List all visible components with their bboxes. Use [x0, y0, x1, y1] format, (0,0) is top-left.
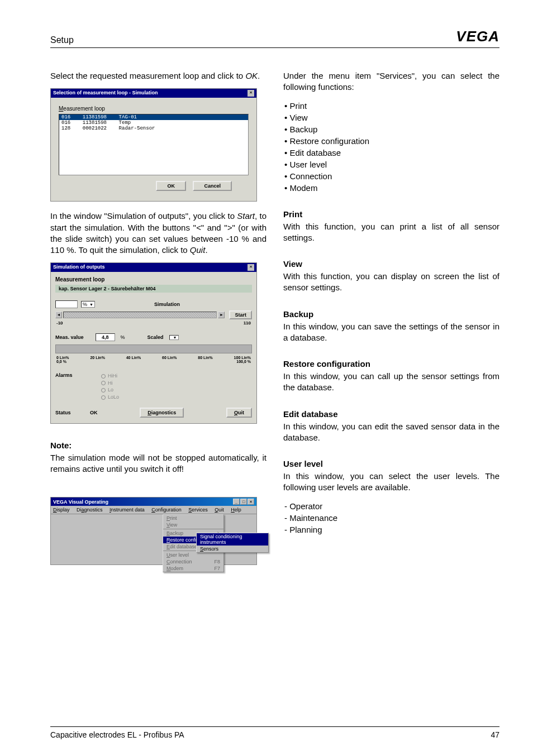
- status-label: Status: [55, 410, 90, 415]
- menu-configuration[interactable]: Configuration: [151, 507, 182, 513]
- list-item: Backup: [284, 123, 499, 135]
- list-item: Edit database: [284, 147, 499, 159]
- alarm-list: HiHi Hi Lo LoLo: [101, 372, 119, 400]
- close-icon[interactable]: ×: [248, 264, 254, 271]
- list-item: Print: [284, 100, 499, 112]
- value-input[interactable]: [55, 300, 78, 308]
- menu-instrument-data[interactable]: Instrument data: [110, 507, 145, 513]
- measurement-loop-label: Measurement loop: [55, 276, 252, 283]
- menubar[interactable]: Display Diagnostics Instrument data Conf…: [51, 506, 256, 514]
- list-item: View: [284, 112, 499, 123]
- bar-ticks: 0 Lin% 0,0 % 20 Lin% 40 Lin% 60 Lin% 80 …: [55, 355, 252, 368]
- list-item: Modem: [284, 182, 499, 194]
- screenshot-services-menu: VEGA Visual Operating _ □ × Display Diag…: [50, 497, 257, 565]
- logo: VEGA: [456, 28, 499, 45]
- window-titlebar: VEGA Visual Operating _ □ ×: [51, 497, 256, 506]
- alarms-label: Alarms: [55, 372, 90, 400]
- print-body: With this function, you can print a list…: [283, 221, 499, 244]
- range-min: -10: [56, 320, 63, 326]
- menu-help[interactable]: Help: [231, 507, 241, 513]
- edit-db-heading: Edit database: [283, 409, 499, 419]
- dialog-title: Simulation of outputs: [53, 264, 105, 271]
- list-item[interactable]: 016 11381598 TAG-01: [59, 114, 248, 120]
- restore-submenu: Signal conditioning instruments Sensors: [196, 533, 269, 553]
- simulation-label: Simulation: [154, 302, 180, 307]
- radio-icon: [101, 374, 106, 379]
- maximize-icon[interactable]: □: [240, 499, 247, 505]
- list-item[interactable]: 128 00021022 Radar-Sensor: [59, 126, 248, 131]
- page-header: Setup VEGA: [50, 28, 499, 48]
- close-icon[interactable]: ×: [248, 499, 254, 505]
- menu-services[interactable]: Services: [188, 507, 208, 513]
- left-column: Select the requested measurement loop an…: [50, 70, 266, 574]
- menu-item-modem[interactable]: ModemF7: [163, 565, 223, 572]
- unit-select[interactable]: %▼: [81, 301, 95, 308]
- note-heading: Note:: [50, 441, 266, 450]
- para-select-loop: Select the requested measurement loop an…: [50, 70, 266, 82]
- services-intro: Under the menu item "Services", you can …: [283, 70, 499, 93]
- meas-unit: %: [121, 334, 125, 340]
- diagnostics-button[interactable]: Diagnostics: [140, 408, 184, 418]
- user-level-body: In this window, you can select the user …: [283, 471, 499, 494]
- menu-item-signal-conditioning[interactable]: Signal conditioning instruments: [197, 533, 268, 546]
- cancel-button[interactable]: Cancel: [193, 181, 232, 191]
- scaled-select[interactable]: ▼: [169, 335, 179, 340]
- menu-display[interactable]: Display: [53, 507, 70, 513]
- list-item: User level: [284, 159, 499, 170]
- functions-list: Print View Backup Restore configuration …: [284, 100, 499, 194]
- scaled-label: Scaled: [147, 334, 164, 340]
- decrease-button[interactable]: ◄: [55, 312, 62, 318]
- radio-icon: [101, 381, 106, 385]
- menu-diagnostics[interactable]: Diagnostics: [77, 507, 103, 513]
- user-levels-list: Operator Maintenance Planning: [284, 500, 499, 535]
- view-heading: View: [283, 259, 499, 269]
- chevron-down-icon: ▼: [173, 336, 177, 339]
- view-body: With this function, you can display on s…: [283, 271, 499, 294]
- restore-heading: Restore configuration: [283, 359, 499, 369]
- screenshot-simulation-outputs: Simulation of outputs × Measurement loop…: [50, 262, 257, 423]
- page-footer: Capacitive electrodes EL - Profibus PA 4…: [50, 726, 499, 739]
- measurement-loop-label: Measurement loop: [59, 106, 249, 112]
- menu-quit[interactable]: Quit: [215, 507, 224, 513]
- loop-value: kap. Sensor Lager 2 - Säurebehälter M04: [55, 285, 252, 293]
- menu-item-sensors[interactable]: Sensors: [197, 546, 268, 552]
- start-button[interactable]: Start: [229, 310, 252, 319]
- page-title: Setup: [50, 35, 74, 45]
- menu-item-view[interactable]: View: [163, 521, 223, 528]
- minimize-icon[interactable]: _: [233, 499, 240, 505]
- list-item: Operator: [284, 500, 499, 512]
- note-block: Note: The simulation mode will not be st…: [50, 441, 266, 475]
- menu-item-connection[interactable]: ConnectionF8: [163, 558, 223, 565]
- backup-heading: Backup: [283, 309, 499, 319]
- dialog-title: Selection of measurement loop - Simulati…: [53, 90, 158, 97]
- list-item[interactable]: 016 11381598 Temp: [59, 120, 248, 126]
- radio-icon: [101, 388, 106, 393]
- quit-button[interactable]: Quit: [226, 408, 252, 418]
- range-max: 110: [244, 320, 251, 326]
- backup-body: In this window, you can save the setting…: [283, 321, 499, 344]
- right-column: Under the menu item "Services", you can …: [283, 70, 499, 574]
- value-slider[interactable]: [63, 312, 217, 318]
- footer-left: Capacitive electrodes EL - Profibus PA: [50, 730, 184, 739]
- dialog-titlebar: Selection of measurement loop - Simulati…: [51, 89, 256, 98]
- dialog-titlebar: Simulation of outputs ×: [51, 263, 256, 272]
- edit-db-body: In this window, you can edit the saved s…: [283, 421, 499, 444]
- loop-listbox[interactable]: 016 11381598 TAG-01 016 11381598 Temp 12…: [59, 114, 249, 175]
- restore-body: In this window, you can call up the sens…: [283, 371, 499, 394]
- footer-right: 47: [491, 730, 499, 739]
- radio-icon: [101, 395, 106, 400]
- value-bar: [55, 344, 252, 353]
- para-simulation-instructions: In the window "Simulation of outputs", y…: [50, 210, 266, 256]
- list-item: Maintenance: [284, 512, 499, 524]
- user-level-heading: User level: [283, 459, 499, 468]
- window-title: VEGA Visual Operating: [53, 499, 108, 505]
- chevron-down-icon: ▼: [89, 303, 93, 307]
- ok-button[interactable]: OK: [156, 181, 186, 191]
- menu-item-print[interactable]: Print: [163, 515, 223, 521]
- note-body: The simulation mode will not be stopped …: [50, 452, 266, 475]
- list-item: Restore configuration: [284, 135, 499, 147]
- list-item: Connection: [284, 170, 499, 182]
- close-icon[interactable]: ×: [248, 90, 254, 97]
- list-item: Planning: [284, 524, 499, 535]
- increase-button[interactable]: ►: [218, 312, 225, 318]
